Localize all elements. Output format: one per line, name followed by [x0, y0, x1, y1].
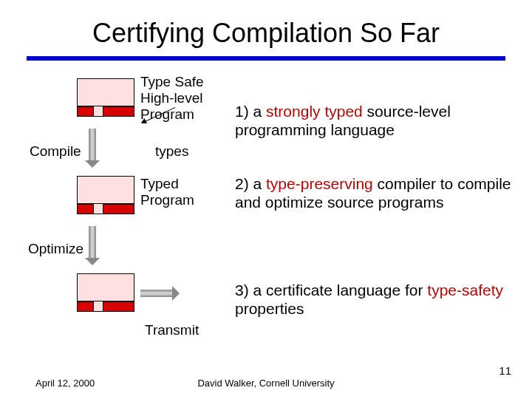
- point-3-red: type-safety: [427, 282, 503, 299]
- point-3-post: properties: [235, 300, 304, 317]
- box-typed-program: [77, 176, 134, 214]
- title-underline: [27, 56, 505, 61]
- point-1: 1) a strongly typed source-level program…: [235, 102, 508, 139]
- slide-title: Certifying Compilation So Far: [0, 18, 532, 49]
- compile-label: Compile: [30, 143, 81, 160]
- slide-number: 11: [499, 364, 511, 377]
- footer-author: David Walker, Cornell University: [0, 378, 532, 389]
- point-2: 2) a type-preserving compiler to compile…: [235, 174, 516, 211]
- point-3: 3) a certificate language for type-safet…: [235, 281, 516, 318]
- box2-label: Typed Program: [140, 176, 194, 208]
- point-2-red: type-preserving: [266, 175, 373, 192]
- slide: Certifying Compilation So Far Type Safe …: [0, 0, 532, 399]
- point-3-pre: 3) a certificate language for: [235, 282, 427, 299]
- transmit-label: Transmit: [145, 322, 199, 338]
- box-source-program: [77, 78, 134, 117]
- arrow-transmit: [140, 290, 173, 297]
- point-1-red: strongly typed: [266, 103, 363, 120]
- types-label: types: [155, 143, 188, 160]
- arrow-compile: [89, 129, 96, 161]
- arrow-optimize: [89, 226, 96, 259]
- box1-label: Type Safe High-level Program: [140, 74, 204, 123]
- optimize-label: Optimize: [28, 241, 83, 257]
- box-optimized-program: [77, 273, 134, 312]
- point-2-pre: 2) a: [235, 175, 266, 192]
- point-1-pre: 1) a: [235, 103, 266, 120]
